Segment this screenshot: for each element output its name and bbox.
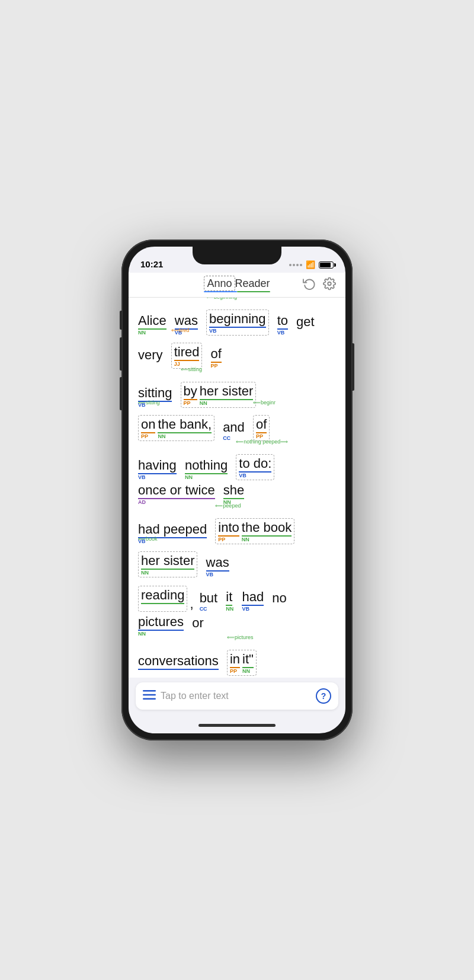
word-group-in-it[interactable]: ⟸pictures in PP it" NN — [227, 645, 257, 676]
help-button[interactable]: ? — [316, 688, 331, 704]
side-button-vol-up — [120, 337, 122, 371]
word-nothing[interactable]: nothing NN — [185, 458, 228, 480]
word-or[interactable]: or — [192, 615, 204, 637]
text-line-5: reading , but CC it NN had VB — [138, 586, 336, 637]
status-time: 10:21 — [140, 259, 163, 269]
text-line-4: had peeped VB ⟸peeped into PP the book — [138, 513, 336, 577]
word-of-1[interactable]: of PP — [211, 346, 222, 369]
word-group-into-book[interactable]: ⟸peeped into PP the book NN — [215, 513, 294, 544]
word-group-on-bank[interactable]: ⟸sitting on PP the bank, NN — [138, 410, 214, 441]
settings-button[interactable] — [323, 277, 336, 293]
word-very[interactable]: very — [138, 347, 163, 369]
word-conversations[interactable]: conversations — [138, 653, 219, 676]
word-having[interactable]: having VB — [138, 458, 177, 480]
side-button-power — [352, 343, 354, 391]
word-group-tired[interactable]: ⟸tired tired JJ — [171, 338, 203, 369]
side-button-vol-down — [120, 377, 122, 410]
menu-icon[interactable] — [143, 690, 156, 703]
wifi-icon: 📶 — [306, 260, 315, 269]
side-button-mute — [120, 311, 122, 330]
word-it-had[interactable]: it NN — [226, 589, 233, 612]
svg-rect-1 — [143, 690, 156, 692]
word-group-by-sister[interactable]: ⟸sitting by PP her sister NN — [181, 377, 257, 408]
nav-bar: AnnoReader — [129, 273, 345, 298]
title-anno: AnnoReader — [204, 277, 270, 290]
text-line-3: having VB nothing NN ⟸nothing peeped⟹ to… — [138, 449, 336, 505]
nav-icons — [303, 277, 336, 293]
word-she[interactable]: she NN — [223, 483, 244, 505]
word-reading[interactable]: reading — [138, 586, 187, 612]
text-line-6: conversations ⟸pictures in PP it" N — [138, 645, 336, 676]
word-alice[interactable]: Alice NN — [138, 313, 166, 336]
word-group-her-sister[interactable]: ⟸book her sister NN — [138, 547, 197, 577]
input-placeholder[interactable]: Tap to enter text — [161, 691, 311, 701]
word-group-beginning[interactable]: ⟸beginning beginning VB — [206, 305, 268, 336]
svg-rect-3 — [143, 698, 156, 700]
word-group-of-box[interactable]: ⟸beginr of PP — [253, 410, 270, 441]
svg-point-0 — [328, 282, 331, 285]
history-button[interactable] — [303, 277, 316, 293]
word-was[interactable]: was VB — [206, 555, 229, 577]
svg-rect-2 — [143, 694, 156, 695]
text-line-2: sitting VB ⟸sitting by PP her sister — [138, 377, 336, 441]
battery-icon — [319, 261, 334, 269]
home-indicator — [129, 717, 345, 733]
text-line-1: Alice NN was VB ⟸beginning beginning VB — [138, 305, 336, 369]
word-had-2[interactable]: had VB — [242, 589, 264, 612]
word-and[interactable]: and CC — [223, 420, 245, 441]
status-icons: 📶 — [289, 260, 334, 269]
input-container[interactable]: Tap to enter text ? — [136, 682, 338, 710]
home-bar — [198, 724, 276, 727]
signal-icon — [289, 264, 302, 266]
notch — [193, 247, 281, 264]
app-title: AnnoReader — [204, 277, 270, 292]
content-area: Alice NN was VB ⟸beginning beginning VB — [129, 298, 345, 678]
word-pictures[interactable]: pictures NN — [138, 614, 184, 637]
input-bar: Tap to enter text ? — [129, 678, 345, 717]
word-once-twice[interactable]: once or twice AD — [138, 483, 215, 505]
word-but[interactable]: but CC — [200, 590, 218, 612]
word-group-todo[interactable]: ⟸nothing peeped⟹ to do: VB — [236, 449, 274, 480]
word-to[interactable]: to VB — [277, 313, 288, 336]
phone-screen: 10:21 📶 AnnoReader — [129, 247, 345, 733]
word-get[interactable]: get — [296, 314, 315, 336]
word-no[interactable]: no — [272, 590, 286, 612]
phone-frame: 10:21 📶 AnnoReader — [121, 240, 353, 740]
